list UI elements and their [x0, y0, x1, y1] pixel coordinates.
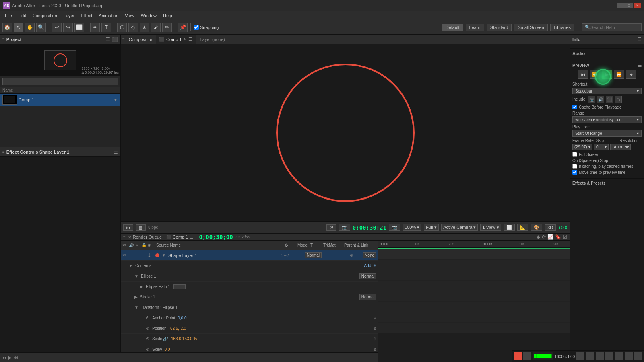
- stroke1-row[interactable]: ▶ Stroke 1 Normal: [121, 292, 378, 302]
- bottom-icon-1[interactable]: [523, 352, 531, 360]
- position-link[interactable]: ⊛: [373, 326, 376, 331]
- position-value[interactable]: -62.5,-2.0: [169, 326, 186, 331]
- quality-dropdown[interactable]: Full ▾: [424, 224, 439, 231]
- tl-add-marker-btn[interactable]: 🔖: [555, 234, 561, 240]
- zoom-dropdown[interactable]: 100% ▾: [402, 224, 421, 231]
- search-input[interactable]: [590, 25, 639, 30]
- viewer-snap-btn[interactable]: 📷: [389, 224, 400, 231]
- paint-tool[interactable]: 🖌: [151, 23, 161, 32]
- mode-small-screen[interactable]: Small Screen: [514, 24, 547, 31]
- redo-tool[interactable]: ↪: [63, 23, 73, 32]
- scale-stopwatch[interactable]: ⏱: [146, 337, 150, 341]
- skew-link[interactable]: ⊛: [373, 347, 376, 352]
- project-item-comp1[interactable]: Comp 1 ▼: [0, 94, 120, 106]
- range-dropdown[interactable]: Work Area Extended By Current _ ▾: [572, 116, 642, 123]
- move-time-checkbox[interactable]: [572, 170, 577, 175]
- add-icon[interactable]: ⊕: [373, 263, 376, 268]
- include-video-btn[interactable]: 📷: [588, 96, 595, 103]
- stroke1-expand[interactable]: ▶: [134, 295, 138, 299]
- menu-view[interactable]: View: [122, 12, 138, 19]
- playhead[interactable]: [431, 248, 431, 352]
- scale-row[interactable]: ⏱ Scale 🔗 153.0,153.0 % ⊛: [121, 334, 378, 344]
- comp-tab-comp1[interactable]: ⬛ Comp 1 ✕ ☰: [156, 35, 196, 44]
- tl-toggles-btn[interactable]: ☑: [563, 234, 567, 240]
- minimize-button[interactable]: ─: [617, 3, 625, 8]
- scale-link[interactable]: ⊛: [373, 337, 376, 341]
- ellipse1-mode[interactable]: Normal: [359, 273, 376, 279]
- menu-edit[interactable]: Edit: [15, 12, 29, 19]
- record-btn[interactable]: [514, 352, 522, 360]
- comp-tab-close[interactable]: ✕: [184, 37, 187, 41]
- comp-tab-menu[interactable]: ☰: [188, 37, 192, 42]
- tl-tab-menu[interactable]: ☰: [190, 235, 193, 239]
- fullscreen-checkbox[interactable]: [572, 152, 577, 157]
- ellipse-path1-row[interactable]: ▶ Ellipse Path 1: [121, 282, 378, 292]
- resolution-dropdown[interactable]: Auto: [610, 144, 631, 150]
- tl-motion-btn[interactable]: ⟳: [542, 234, 546, 240]
- view-dropdown[interactable]: 1 View ▾: [480, 224, 501, 231]
- ellipse1-row[interactable]: ▼ Ellipse 1 Normal: [121, 271, 378, 282]
- tl-graph-btn[interactable]: 📈: [547, 234, 553, 240]
- prev-play-pause[interactable]: ▶: [602, 70, 612, 79]
- skew-stopwatch[interactable]: ⏱: [146, 347, 150, 352]
- contents-row[interactable]: ▼ Contents Add: ⊕: [121, 261, 378, 271]
- viewer-3d-btn[interactable]: 3D: [545, 224, 556, 231]
- brush-tool[interactable]: ✏: [162, 23, 172, 32]
- add-button[interactable]: Add:: [364, 263, 372, 268]
- render-queue-close[interactable]: ✕: [128, 235, 131, 239]
- position-stopwatch[interactable]: ⏱: [146, 326, 150, 331]
- maximize-button[interactable]: □: [625, 3, 633, 8]
- layer1-sw2[interactable]: ✏: [284, 253, 287, 257]
- anchor-point-stopwatch[interactable]: ⏱: [146, 316, 150, 320]
- include-external-btn[interactable]: ⬡: [615, 96, 622, 103]
- menu-help[interactable]: Help: [160, 12, 175, 19]
- viewer-channels-btn[interactable]: 🎨: [531, 224, 542, 231]
- project-panel-expand[interactable]: ⬛: [112, 37, 118, 42]
- prev-next-frame[interactable]: ⏩: [614, 70, 624, 79]
- zoom-tool[interactable]: 🔍: [36, 23, 46, 32]
- bottom-icon-3[interactable]: [586, 352, 594, 360]
- shortcut-dropdown[interactable]: Spacebar ▾: [572, 88, 642, 94]
- menu-effect[interactable]: Effect: [78, 12, 95, 19]
- position-row[interactable]: ⏱ Position -62.5,-2.0 ⊛: [121, 323, 378, 334]
- preview-panel-menu[interactable]: ☰: [638, 63, 642, 68]
- puppet-tool[interactable]: 📌: [178, 23, 188, 32]
- mode-learn[interactable]: Learn: [466, 24, 484, 31]
- include-overlays-btn[interactable]: ⬛: [606, 96, 613, 103]
- prev-last-frame[interactable]: ⏭: [626, 70, 636, 79]
- anchor-point-row[interactable]: ⏱ Anchor Point 0,0,0 ⊛: [121, 313, 378, 323]
- framerate-dropdown[interactable]: (29.97) ▾: [572, 144, 592, 150]
- anchor-point-link[interactable]: ⊛: [373, 316, 376, 320]
- layer1-parent[interactable]: None: [363, 252, 376, 258]
- bottom-icon-5[interactable]: [605, 352, 613, 360]
- ellipse1-expand[interactable]: ▼: [134, 274, 138, 278]
- viewer-time-btn[interactable]: ⏱: [326, 224, 336, 231]
- shape-tool-1[interactable]: ⬡: [117, 23, 127, 32]
- hand-tool[interactable]: ✋: [25, 23, 35, 32]
- comp1-options[interactable]: ▼: [113, 97, 118, 103]
- stroke1-mode[interactable]: Normal: [359, 294, 376, 300]
- viewer-preview-btn[interactable]: ⏮: [123, 224, 133, 231]
- bottom-icon-2[interactable]: [576, 352, 584, 360]
- mode-default[interactable]: Default: [442, 24, 463, 31]
- box-tool[interactable]: ⬜: [74, 23, 84, 32]
- tl-keyframe-btn[interactable]: ◆: [537, 234, 540, 240]
- viewer-fit-btn[interactable]: ⬜: [504, 224, 515, 231]
- menu-file[interactable]: File: [2, 12, 15, 19]
- undo-tool[interactable]: ↩: [52, 23, 62, 32]
- bottom-icon-7[interactable]: [625, 352, 633, 360]
- include-audio-btn[interactable]: 🔊: [597, 96, 604, 103]
- viewer-render-btn[interactable]: 📷: [339, 224, 350, 231]
- layer-row-1[interactable]: 👁 1 ▼ Shape Layer 1 ☆ ✏ / Norma: [121, 250, 378, 261]
- contents-expand[interactable]: ▼: [129, 263, 133, 268]
- transform-ellipse1-expand[interactable]: ▼: [134, 305, 138, 310]
- layer1-mode[interactable]: Normal: [305, 252, 322, 258]
- mode-standard[interactable]: Standard: [487, 24, 512, 31]
- viewer-pixel-btn[interactable]: 📐: [517, 224, 528, 231]
- skew-value[interactable]: 0.0: [164, 347, 170, 352]
- transform-ellipse1-row[interactable]: ▼ Transform : Ellipse 1: [121, 302, 378, 313]
- layer1-sw1[interactable]: ☆: [280, 253, 283, 257]
- play-from-dropdown[interactable]: Start Of Range ▾: [572, 130, 642, 137]
- layer1-expand[interactable]: ▼: [162, 253, 166, 257]
- menu-composition[interactable]: Composition: [29, 12, 60, 19]
